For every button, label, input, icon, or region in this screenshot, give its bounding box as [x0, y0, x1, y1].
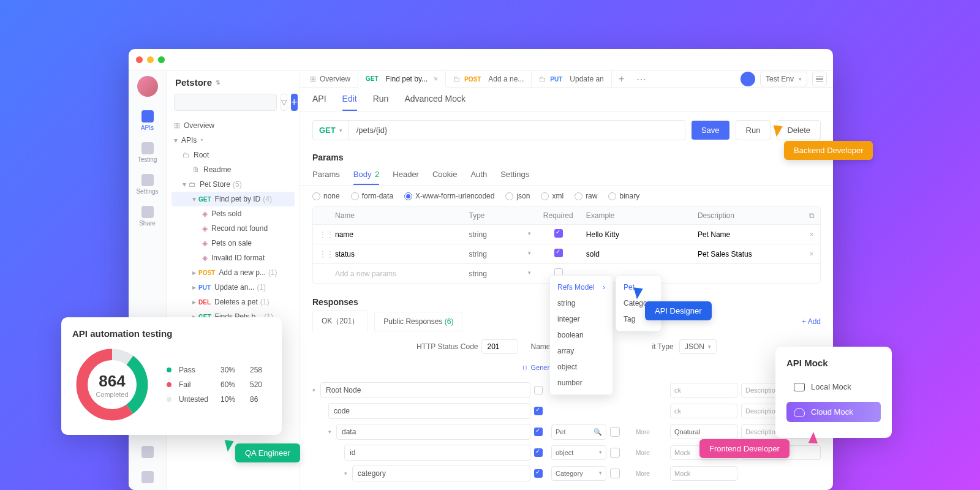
- drag-handle[interactable]: ⋮⋮: [313, 226, 329, 243]
- add-button[interactable]: +: [291, 94, 298, 111]
- param-desc-input[interactable]: Pet Sales Status: [692, 246, 803, 263]
- param-name-input[interactable]: Add a new params: [329, 265, 462, 282]
- tree-add-new[interactable]: ▸POSTAdd a new p...(1): [172, 265, 295, 280]
- schema-mock-input[interactable]: ck: [670, 383, 737, 398]
- schema-extra-checkbox[interactable]: [610, 448, 620, 458]
- required-checkbox[interactable]: [554, 229, 563, 238]
- schema-more[interactable]: More: [636, 429, 666, 435]
- schema-mock-input[interactable]: Mock: [670, 466, 737, 481]
- schema-name-input[interactable]: id: [344, 445, 530, 461]
- avatar[interactable]: [137, 76, 158, 97]
- param-example-input[interactable]: sold: [580, 246, 692, 263]
- ptab-body[interactable]: Body 2: [353, 170, 380, 185]
- schema-type-select[interactable]: Pet🔍: [551, 424, 606, 440]
- delete-row-icon[interactable]: ×: [803, 246, 820, 263]
- schema-extra-checkbox[interactable]: [610, 469, 620, 478]
- save-button[interactable]: Save: [692, 121, 729, 140]
- schema-checkbox[interactable]: [534, 469, 543, 478]
- param-desc-input[interactable]: Pet Name: [692, 226, 803, 243]
- schema-mock-input[interactable]: ck: [670, 404, 737, 418]
- ptab-header[interactable]: Header: [393, 170, 419, 185]
- tree-overview[interactable]: ⊞Overview: [172, 118, 295, 133]
- required-checkbox[interactable]: [554, 249, 563, 257]
- tree-update[interactable]: ▸PUTUpdate an...(1): [172, 280, 295, 295]
- tab-more-button[interactable]: ⋯: [631, 71, 651, 87]
- rail-apis[interactable]: APIs: [130, 105, 165, 136]
- env-select[interactable]: Test Env▾: [760, 72, 807, 86]
- tree-delete[interactable]: ▸DELDeletes a pet(1): [172, 295, 295, 309]
- tree-record-nf[interactable]: ◈Record not found: [172, 221, 295, 236]
- subnav-mock[interactable]: Advanced Mock: [404, 94, 466, 111]
- tab-add-button[interactable]: +: [612, 71, 631, 87]
- type-opt-number[interactable]: number: [550, 375, 612, 391]
- tree-pets-sale[interactable]: ◈Pets on sale: [172, 236, 295, 251]
- add-response[interactable]: + Add: [802, 317, 821, 326]
- schema-checkbox[interactable]: [534, 407, 543, 415]
- type-opt-object[interactable]: object: [550, 359, 612, 375]
- resp-tab-ok[interactable]: OK（201）: [312, 311, 368, 332]
- param-example-input[interactable]: Hello Kitty: [580, 226, 692, 243]
- refs-model-header[interactable]: Refs Model›: [550, 279, 612, 295]
- ptab-settings[interactable]: Settings: [500, 170, 529, 185]
- type-opt-array[interactable]: array: [550, 343, 612, 359]
- schema-name-input[interactable]: data: [336, 424, 530, 440]
- radio-formdata[interactable]: form-data: [351, 192, 393, 200]
- project-name[interactable]: Petstore⇅: [167, 71, 300, 94]
- schema-checkbox[interactable]: [534, 428, 543, 436]
- subnav-edit[interactable]: Edit: [342, 94, 357, 111]
- schema-mock-input[interactable]: Qnatural: [670, 424, 737, 439]
- schema-extra-checkbox[interactable]: [610, 427, 620, 437]
- status-input[interactable]: [481, 339, 518, 354]
- radio-json[interactable]: json: [505, 192, 530, 200]
- tree-apis[interactable]: ▾APIs•: [172, 133, 295, 148]
- method-select[interactable]: GET▾: [312, 120, 349, 140]
- ptab-params[interactable]: Params: [312, 170, 340, 185]
- search-input[interactable]: [174, 94, 277, 111]
- type-opt-integer[interactable]: integer: [550, 311, 612, 327]
- rail-gear[interactable]: [130, 466, 165, 490]
- tree-readme[interactable]: 🗎Readme: [172, 162, 295, 177]
- window-controls[interactable]: [136, 56, 165, 63]
- content-type-select[interactable]: JSON▾: [679, 339, 717, 354]
- mock-cloud[interactable]: Cloud Mock: [786, 402, 881, 422]
- tab-update[interactable]: 🗀PUTUpdate an: [532, 71, 611, 87]
- schema-name-input[interactable]: category: [352, 466, 530, 481]
- menu-button[interactable]: [812, 72, 827, 86]
- drag-handle[interactable]: ⋮⋮: [313, 246, 329, 263]
- tab-add-new[interactable]: 🗀POSTAdd a ne...: [446, 71, 532, 87]
- radio-none[interactable]: none: [312, 192, 340, 200]
- schema-checkbox[interactable]: [534, 386, 543, 394]
- url-input[interactable]: /pets/{id}: [349, 120, 685, 140]
- tab-overview[interactable]: ⊞Overview: [303, 71, 358, 87]
- schema-type-select[interactable]: Category▾: [551, 466, 606, 481]
- delete-row-icon[interactable]: ×: [803, 226, 820, 243]
- tree-root[interactable]: 🗀Root: [172, 148, 295, 162]
- param-name-input[interactable]: name: [329, 226, 462, 243]
- maximize-dot[interactable]: [158, 56, 165, 63]
- ptab-cookie[interactable]: Cookie: [432, 170, 457, 185]
- type-opt-boolean[interactable]: boolean: [550, 327, 612, 343]
- schema-more[interactable]: More: [636, 450, 666, 456]
- schema-checkbox[interactable]: [534, 448, 543, 457]
- subnav-run[interactable]: Run: [373, 94, 389, 111]
- schema-more[interactable]: More: [636, 470, 666, 477]
- schema-type-select[interactable]: object▾: [551, 445, 606, 460]
- rail-misc1[interactable]: [130, 441, 165, 465]
- tab-find-pet[interactable]: GETFind pet by...×: [358, 71, 446, 88]
- minimize-dot[interactable]: [147, 56, 154, 63]
- radio-binary[interactable]: binary: [608, 192, 639, 200]
- close-icon[interactable]: ×: [434, 75, 438, 83]
- param-type-select[interactable]: string▾: [462, 226, 537, 243]
- radio-raw[interactable]: raw: [575, 192, 597, 200]
- rail-share[interactable]: Share: [130, 201, 165, 232]
- tree-pets-sold[interactable]: ◈Pets sold: [172, 206, 295, 221]
- schema-name-input[interactable]: code: [328, 403, 530, 419]
- close-dot[interactable]: [136, 56, 143, 63]
- radio-xml[interactable]: xml: [541, 192, 564, 200]
- param-type-select[interactable]: string▾: [462, 246, 537, 263]
- tree-find-pet[interactable]: ▾GETFind pet by ID(4): [172, 192, 295, 206]
- col-action-icon[interactable]: ⧉: [803, 207, 820, 224]
- filter-button[interactable]: ▽: [281, 94, 287, 111]
- rail-testing[interactable]: Testing: [130, 137, 165, 168]
- sync-icon[interactable]: [741, 72, 755, 86]
